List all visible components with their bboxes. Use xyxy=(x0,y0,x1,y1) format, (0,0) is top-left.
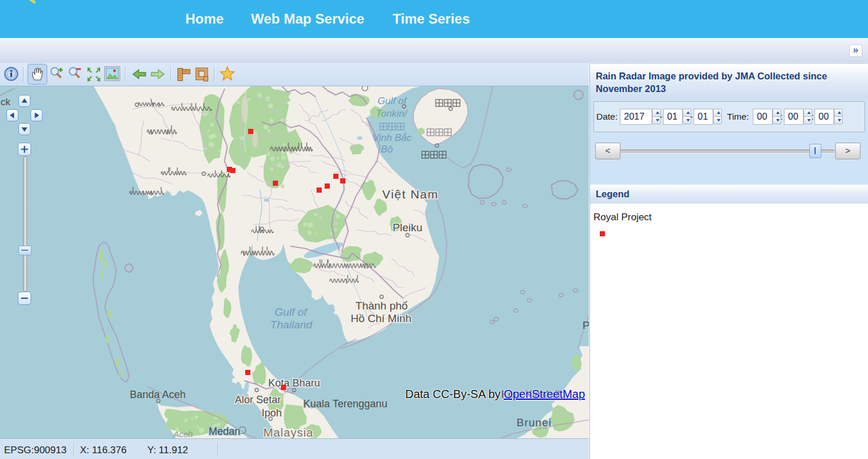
svg-text:Malaysia: Malaysia xyxy=(264,426,314,438)
svg-text:Medan: Medan xyxy=(208,426,240,437)
svg-text:Banda Aceh: Banda Aceh xyxy=(130,389,185,400)
svg-text:Thailand: Thailand xyxy=(271,319,313,331)
svg-text:Aceh: Aceh xyxy=(173,429,193,438)
svg-text:Kota Bharu: Kota Bharu xyxy=(268,377,320,389)
svg-text:Gulf of: Gulf of xyxy=(378,95,408,106)
svg-text:Pleiku: Pleiku xyxy=(393,221,422,234)
svg-text:Vịnh Bắc: Vịnh Bắc xyxy=(372,132,412,143)
svg-text:Brunei: Brunei xyxy=(517,416,552,429)
svg-text:Ipoh: Ipoh xyxy=(261,407,281,419)
svg-text:Hồ Chí Minh: Hồ Chí Minh xyxy=(351,312,412,324)
svg-text:ck: ck xyxy=(1,97,11,108)
svg-text:Alor Setar: Alor Setar xyxy=(235,394,281,406)
svg-text:Kuala Terengganu: Kuala Terengganu xyxy=(303,398,387,410)
svg-text:Việt Nam: Việt Nam xyxy=(382,188,439,201)
svg-text:P: P xyxy=(583,319,589,331)
svg-text:Bộ: Bộ xyxy=(381,144,393,155)
svg-text:Tonkin/: Tonkin/ xyxy=(376,108,408,119)
svg-text:Thành phố: Thành phố xyxy=(356,300,408,312)
svg-text:Gulf of: Gulf of xyxy=(275,306,308,318)
